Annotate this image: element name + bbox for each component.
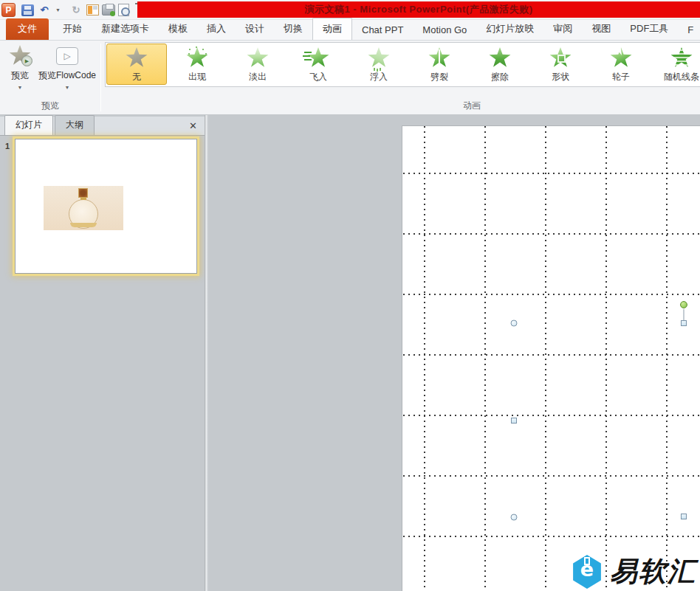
wipe-star-icon	[489, 47, 511, 69]
powerpoint-logo-icon[interactable]	[1, 3, 16, 17]
rotation-handle-stem	[684, 309, 684, 320]
resize-handle-top-left[interactable]	[511, 320, 518, 327]
animation-label: 淡出	[228, 71, 287, 83]
animation-gallery: 无出现淡出飞入浮入劈裂擦除形状轮子随机线条	[105, 42, 700, 87]
tab-partial-f[interactable]: F	[678, 21, 693, 40]
animation-label: 形状	[531, 71, 590, 83]
animation-label: 劈裂	[410, 71, 469, 83]
preview-button-label: 预览	[11, 70, 29, 80]
animation-none[interactable]: 无	[106, 44, 167, 85]
resize-handle-left[interactable]	[511, 418, 517, 424]
chevron-down-icon[interactable]: ▼	[35, 85, 99, 90]
split-star-icon	[428, 47, 450, 69]
slide-canvas[interactable]	[402, 125, 700, 591]
none-star-icon	[126, 47, 148, 69]
save-icon[interactable]	[21, 4, 34, 16]
watermark-logo-icon	[572, 555, 603, 589]
ribbon: 预览 ▼ ▷ 预览FlowCode ▼ 预览 无出现淡出飞入浮入劈裂擦除形状轮子…	[0, 41, 700, 115]
random-lines-star-icon	[670, 47, 693, 69]
title-bar-highlight: 演示文稿1 - Microsoft PowerPoint(产品激活失败)	[137, 1, 700, 18]
animation-fly-in[interactable]: 飞入	[288, 44, 349, 85]
animation-label: 浮入	[349, 71, 408, 83]
animation-float-in[interactable]: 浮入	[349, 44, 409, 85]
thumbnail-cap-shape	[78, 188, 88, 198]
appear-star-icon	[186, 47, 208, 69]
tab-transitions[interactable]: 切换	[274, 18, 312, 40]
tab-slides[interactable]: 幻灯片	[4, 115, 53, 135]
chevron-down-icon[interactable]: ▼	[4, 85, 35, 90]
animation-shape[interactable]: 形状	[530, 44, 591, 85]
animation-split[interactable]: 劈裂	[409, 44, 470, 85]
thumbnail-collar-shape	[80, 198, 86, 200]
print-preview-icon[interactable]	[118, 4, 129, 16]
tab-chat-ppt[interactable]: Chat PPT	[352, 21, 413, 40]
animation-fade[interactable]: 淡出	[227, 44, 288, 85]
title-bar: 演示文稿1 - Microsoft PowerPoint(产品激活失败)	[0, 0, 700, 20]
pane-tab-strip: 幻灯片 大纲 ✕	[0, 117, 205, 136]
tab-review[interactable]: 审阅	[543, 18, 582, 40]
resize-handle-bottom[interactable]	[681, 514, 687, 519]
animation-random-lines[interactable]: 随机线条	[651, 44, 700, 85]
quick-access-toolbar	[1, 1, 143, 18]
animation-label: 无	[107, 71, 166, 83]
preview-group-label: 预览	[0, 100, 100, 112]
thumbnail-liquid-shape	[70, 223, 97, 227]
group-separator	[100, 44, 101, 111]
animation-wheel[interactable]: 轮子	[591, 44, 651, 85]
wheel-star-icon	[610, 47, 632, 69]
tab-design[interactable]: 设计	[236, 18, 274, 40]
ribbon-tab-row: 文件开始新建选项卡模板插入设计切换动画Chat PPTMotion Go幻灯片放…	[0, 20, 700, 41]
slides-outline-pane: 幻灯片 大纲 ✕ 1	[0, 115, 205, 591]
rotation-handle[interactable]	[680, 301, 687, 308]
preview-flowcode-label: 预览FlowCode	[38, 70, 96, 80]
watermark: 易软汇	[572, 553, 696, 590]
animation-wipe[interactable]: 擦除	[470, 44, 530, 85]
fade-star-icon	[247, 47, 269, 69]
tab-view[interactable]: 视图	[582, 18, 620, 40]
main-area: 幻灯片 大纲 ✕ 1	[0, 115, 700, 591]
redo-icon	[69, 3, 83, 17]
fly-in-star-icon	[307, 47, 329, 69]
undo-dropdown-icon[interactable]	[55, 3, 61, 17]
tab-template[interactable]: 模板	[159, 18, 197, 40]
preview-flowcode-button[interactable]: ▷ 预览FlowCode ▼	[35, 44, 99, 90]
shape-star-icon	[549, 47, 572, 69]
slide-editor: 易软汇	[208, 115, 700, 591]
resize-handle-top[interactable]	[681, 320, 687, 326]
animation-label: 随机线条	[652, 71, 700, 83]
print-icon[interactable]	[102, 4, 115, 15]
close-pane-icon[interactable]: ✕	[189, 121, 197, 131]
resize-handle-bottom-left[interactable]	[511, 514, 518, 521]
slide-thumbnail[interactable]	[15, 139, 197, 274]
animation-appear[interactable]: 出现	[167, 44, 227, 85]
animation-group-label: 动画	[244, 100, 700, 112]
powerpoint-window: 演示文稿1 - Microsoft PowerPoint(产品激活失败) 文件开…	[0, 0, 700, 591]
watermark-text: 易软汇	[610, 553, 696, 590]
tab-slide-show[interactable]: 幻灯片放映	[476, 18, 543, 40]
tab-home[interactable]: 开始	[53, 18, 92, 40]
tab-pdf-tools[interactable]: PDF工具	[620, 18, 678, 40]
undo-icon[interactable]	[37, 3, 52, 17]
slide-number: 1	[5, 142, 10, 151]
thumbnail-perfume-image	[44, 186, 123, 230]
tab-insert[interactable]: 插入	[197, 18, 236, 40]
animation-label: 轮子	[591, 71, 651, 83]
flowcode-play-icon: ▷	[56, 47, 78, 65]
tab-motion-go[interactable]: Motion Go	[413, 21, 476, 40]
tab-outline[interactable]: 大纲	[55, 115, 95, 135]
preview-group: 预览 ▼ ▷ 预览FlowCode ▼ 预览	[0, 41, 100, 114]
preview-button[interactable]: 预览 ▼	[4, 44, 35, 90]
tab-new-custom-tab[interactable]: 新建选项卡	[92, 18, 159, 40]
animation-label: 飞入	[289, 71, 348, 83]
float-in-star-icon	[368, 47, 390, 69]
animation-label: 出现	[168, 71, 227, 83]
preview-animation-icon	[9, 45, 31, 66]
tab-file[interactable]: 文件	[6, 18, 49, 40]
animation-label: 擦除	[470, 71, 529, 83]
tab-animations[interactable]: 动画	[312, 18, 352, 40]
slide-layout-icon[interactable]	[86, 4, 99, 15]
window-title: 演示文稿1 - Microsoft PowerPoint(产品激活失败)	[304, 3, 532, 16]
